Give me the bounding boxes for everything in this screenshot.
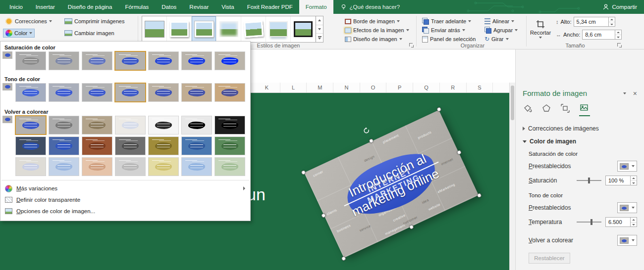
picture-style-bordes-suaves[interactable]	[216, 16, 241, 42]
saturacion-thumb-2[interactable]	[49, 51, 79, 70]
column-header-k[interactable]: K	[254, 83, 280, 92]
height-input[interactable]: 5,34 cm	[574, 17, 615, 27]
efectos-de-imagen-button[interactable]: Efectos de la imagen	[343, 26, 411, 35]
tono-thumb-1[interactable]	[15, 83, 46, 102]
tono-thumb-5[interactable]	[148, 83, 179, 102]
recolor-thumb-3-4[interactable]	[115, 157, 146, 176]
tab-inicio[interactable]: Inicio	[3, 0, 29, 14]
temperature-input[interactable]: 6.500	[605, 217, 637, 227]
recolor-thumb-3-5[interactable]	[148, 157, 179, 176]
reset-button[interactable]: Restablecer	[529, 253, 570, 264]
selected-picture[interactable]: cornerdesignplacementproductsinternetcli…	[304, 110, 479, 258]
slider-thumb[interactable]	[590, 219, 592, 225]
tono-thumb-7[interactable]	[215, 83, 245, 102]
tone-presets-dropdown[interactable]	[617, 202, 637, 213]
recolor-thumb-2-2[interactable]	[49, 136, 79, 155]
correcciones-imagenes-section[interactable]: Correcciones de imágenes	[523, 125, 637, 132]
temperature-steppers[interactable]	[630, 218, 637, 226]
borde-de-imagen-button[interactable]: Borde de imagen	[343, 17, 402, 26]
slider-thumb[interactable]	[588, 178, 590, 183]
recolor-thumb-1-3[interactable]	[82, 116, 112, 135]
recolor-thumb-2-3[interactable]	[82, 136, 112, 155]
recolor-thumb-1-4[interactable]	[115, 116, 146, 135]
share-button[interactable]: Compartir	[595, 0, 644, 14]
stepper-up-icon[interactable]	[631, 218, 637, 223]
cambiar-imagen-button[interactable]: Cambiar imagen	[62, 29, 116, 38]
tono-thumb-6[interactable]	[181, 83, 212, 102]
saturacion-thumb-6[interactable]	[181, 51, 212, 70]
rotate-handle[interactable]	[361, 126, 372, 136]
saturation-steppers[interactable]	[630, 176, 637, 185]
tab-foxit-reader-pdf[interactable]: Foxit Reader PDF	[241, 0, 299, 14]
tell-me-box[interactable]: ¿Qué desea hacer?	[333, 0, 407, 14]
gallery-more-button[interactable]	[316, 34, 323, 42]
recolor-thumb-1-7[interactable]	[215, 116, 245, 135]
scrollbar-thumb[interactable]	[511, 86, 514, 120]
column-header-l[interactable]: L	[280, 83, 307, 92]
recolor-thumb-3-7[interactable]	[215, 157, 245, 176]
opciones-color-imagen-item[interactable]: Opciones de color de imagen...	[1, 206, 250, 217]
recolor-thumb-3-6[interactable]	[181, 157, 212, 176]
pane-menu-caret-icon[interactable]	[623, 92, 626, 94]
tab-datos[interactable]: Datos	[155, 0, 183, 14]
tab-diseño-de-página[interactable]: Diseño de página	[61, 0, 119, 14]
tono-thumb-2[interactable]	[49, 83, 79, 102]
recolor-thumb-1-1[interactable]	[15, 116, 46, 135]
height-steppers[interactable]	[608, 17, 615, 26]
column-header-r[interactable]: R	[440, 83, 467, 92]
tamano-dialog-launcher[interactable]	[616, 42, 622, 48]
recolor-thumb-1-6[interactable]	[181, 116, 212, 135]
recolor-thumb-3-3[interactable]	[82, 157, 112, 176]
width-input[interactable]: 8,6 cm	[582, 30, 622, 40]
recolor-thumb-3-1[interactable]	[15, 157, 46, 176]
recolor-thumb-2-4[interactable]	[115, 136, 146, 155]
agrupar-button[interactable]: Agrupar	[483, 26, 520, 35]
tab-vista[interactable]: Vista	[215, 0, 240, 14]
gallery-up-button[interactable]	[316, 16, 323, 25]
recolor-thumb-2-1[interactable]	[15, 136, 46, 155]
saturation-presets-dropdown[interactable]	[617, 161, 637, 172]
tono-thumb-3[interactable]	[82, 83, 112, 102]
alinear-button[interactable]: Alinear	[483, 17, 516, 26]
effects-icon[interactable]	[541, 103, 552, 116]
saturation-slider[interactable]	[577, 176, 601, 185]
recortar-button[interactable]: Recortar	[529, 16, 552, 43]
picture-style-rectangulo-girado-blanco[interactable]	[241, 16, 266, 42]
column-header-s[interactable]: S	[467, 83, 493, 92]
saturacion-thumb-7[interactable]	[215, 51, 245, 70]
column-header-o[interactable]: O	[360, 83, 387, 92]
definir-color-transparente-item[interactable]: Definir color transparente	[1, 194, 250, 205]
correcciones-button[interactable]: Correcciones	[3, 17, 54, 26]
saturation-input[interactable]: 100 %	[605, 176, 637, 185]
color-de-imagen-section[interactable]: Color de imagen	[523, 138, 637, 145]
recolor-thumb-1-5[interactable]	[148, 116, 179, 135]
recolor-dropdown[interactable]	[617, 235, 637, 246]
column-header-q[interactable]: Q	[413, 83, 440, 92]
stepper-down-icon[interactable]	[615, 35, 621, 40]
saturacion-thumb-3[interactable]	[82, 51, 112, 70]
recolor-thumb-1-2[interactable]	[49, 116, 79, 135]
picture-style-rectangulo-sombreado[interactable]	[192, 16, 216, 42]
tono-thumb-4[interactable]	[115, 83, 146, 102]
picture-icon[interactable]	[579, 102, 590, 116]
temperature-slider[interactable]	[577, 217, 601, 227]
tab-revisar[interactable]: Revisar	[183, 0, 215, 14]
comprimir-imagenes-button[interactable]: Comprimir imágenes	[62, 17, 126, 26]
saturacion-thumb-5[interactable]	[148, 51, 179, 70]
resize-handle-bottom-right[interactable]	[477, 193, 482, 198]
picture-style-marco-simple[interactable]	[142, 16, 167, 42]
recolor-thumb-2-7[interactable]	[215, 136, 245, 155]
stepper-up-icon[interactable]	[615, 30, 621, 35]
stepper-up-icon[interactable]	[631, 176, 637, 181]
width-steppers[interactable]	[615, 30, 621, 39]
stepper-up-icon[interactable]	[609, 17, 615, 22]
color-button[interactable]: Color	[3, 29, 35, 38]
recolor-thumb-2-5[interactable]	[148, 136, 179, 155]
pane-close-icon[interactable]: ×	[633, 90, 637, 97]
picture-style-biselado-blanco[interactable]	[167, 16, 192, 42]
size-properties-icon[interactable]	[560, 103, 571, 116]
recolor-thumb-2-6[interactable]	[181, 136, 212, 155]
enviar-atras-button[interactable]: Enviar atrás	[420, 26, 467, 35]
picture-style-rectangulo-reflejado[interactable]	[266, 16, 291, 42]
saturacion-thumb-1[interactable]	[15, 51, 46, 70]
